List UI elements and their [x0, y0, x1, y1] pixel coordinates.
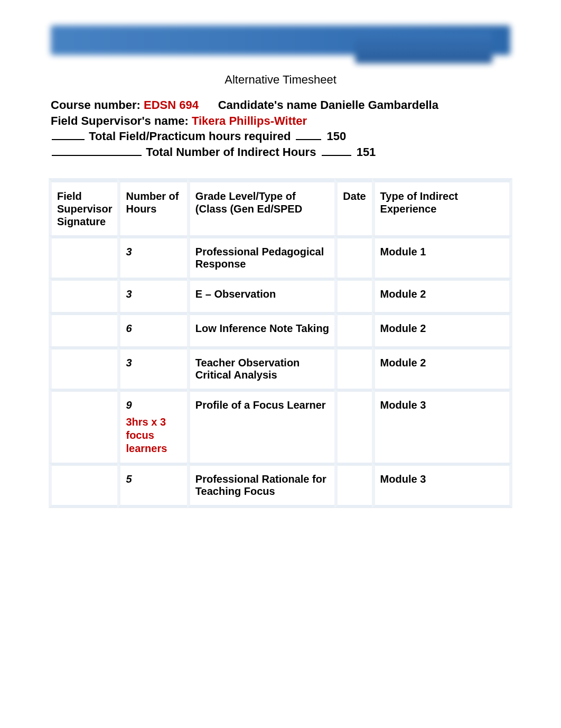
header-banner-tab [355, 32, 492, 63]
cell-type: Module 2 [372, 312, 512, 346]
cell-grade: E – Observation [187, 278, 335, 312]
cell-hours-sub: 3hrs x 3 focus learners [126, 416, 181, 455]
course-number-label: Course number: [51, 98, 144, 112]
cell-signature [49, 389, 117, 463]
cell-hours: 3 [117, 346, 186, 389]
supervisor-name-label: Field Supervisor's name: [51, 114, 192, 127]
col-header-signature: Field Supervisor Signature [49, 178, 117, 235]
blank-line-long [52, 144, 142, 156]
total-field-label: Total Field/Practicum hours required [89, 130, 294, 143]
cell-hours: 6 [117, 312, 186, 346]
table-row: 9 3hrs x 3 focus learners Profile of a F… [49, 389, 512, 463]
cell-grade: Profile of a Focus Learner [187, 389, 335, 463]
cell-date [334, 389, 371, 463]
cell-hours-value: 9 [126, 399, 132, 411]
cell-type: Module 2 [372, 346, 512, 389]
cell-hours-value: 5 [126, 473, 132, 485]
cell-hours: 5 [117, 463, 186, 508]
cell-grade: Teacher Observation Critical Analysis [187, 346, 335, 389]
cell-type: Module 1 [372, 235, 512, 278]
cell-type: Module 3 [372, 463, 512, 508]
col-header-date: Date [334, 178, 371, 235]
cell-date [334, 312, 371, 346]
cell-grade: Professional Pedagogical Response [187, 235, 335, 278]
cell-type: Module 2 [372, 278, 512, 312]
col-header-grade-line1: Grade Level/Type of [195, 190, 296, 202]
col-header-grade: Grade Level/Type of (Class (Gen Ed/SPED [187, 178, 335, 235]
info-block: Course number: EDSN 694 Candidate's name… [0, 87, 561, 165]
cell-grade: Professional Rationale for Teaching Focu… [187, 463, 335, 508]
timesheet-table: Field Supervisor Signature Number of Hou… [49, 178, 512, 508]
blank-line-med [296, 128, 321, 140]
cell-hours: 9 3hrs x 3 focus learners [117, 389, 186, 463]
cell-hours-value: 3 [126, 357, 132, 368]
table-row: 3 Teacher Observation Critical Analysis … [49, 346, 512, 389]
cell-signature [49, 463, 117, 508]
cell-date [334, 346, 371, 389]
cell-signature [49, 312, 117, 346]
cell-hours-value: 6 [126, 322, 132, 334]
table-row: 3 Professional Pedagogical Response Modu… [49, 235, 512, 278]
candidate-name-label: Candidate's name [218, 98, 321, 112]
table-row: 3 E – Observation Module 2 [49, 278, 512, 312]
cell-hours: 3 [117, 278, 186, 312]
candidate-name-value: Danielle Gambardella [320, 98, 438, 112]
col-header-signature-text: Field Supervisor Signature [57, 190, 112, 228]
cell-date [334, 278, 371, 312]
course-number-value: EDSN 694 [144, 98, 199, 112]
page-subtitle: Alternative Timesheet [0, 73, 561, 87]
col-header-grade-line2: Class (Gen Ed/SPED [199, 203, 303, 215]
cell-date [334, 463, 371, 508]
cell-signature [49, 235, 117, 278]
col-header-type: Type of Indirect Experience [372, 178, 512, 235]
blank-line-very-short [322, 144, 351, 156]
table-row: 6 Low Inference Note Taking Module 2 [49, 312, 512, 346]
col-header-date-text: Date [343, 190, 366, 202]
table-header-row: Field Supervisor Signature Number of Hou… [49, 178, 512, 235]
cell-hours: 3 [117, 235, 186, 278]
supervisor-name-value: Tikera Phillips-Witter [192, 114, 307, 127]
total-indirect-label: Total Number of Indirect Hours [146, 145, 319, 159]
cell-date [334, 235, 371, 278]
table-row: 5 Professional Rationale for Teaching Fo… [49, 463, 512, 508]
col-header-hours-text: Number of Hours [126, 190, 181, 215]
col-header-type-text: Type of Indirect Experience [380, 190, 491, 215]
blank-line-short [52, 128, 85, 140]
cell-type: Module 3 [372, 389, 512, 463]
header-banner [0, 25, 561, 55]
cell-signature [49, 346, 117, 389]
cell-grade: Low Inference Note Taking [187, 312, 335, 346]
cell-hours-value: 3 [126, 288, 132, 300]
cell-hours-value: 3 [126, 246, 132, 257]
cell-signature [49, 278, 117, 312]
total-field-value: 150 [327, 130, 347, 143]
col-header-hours: Number of Hours [117, 178, 186, 235]
table-body: 3 Professional Pedagogical Response Modu… [49, 235, 512, 508]
total-indirect-value: 151 [357, 145, 376, 159]
